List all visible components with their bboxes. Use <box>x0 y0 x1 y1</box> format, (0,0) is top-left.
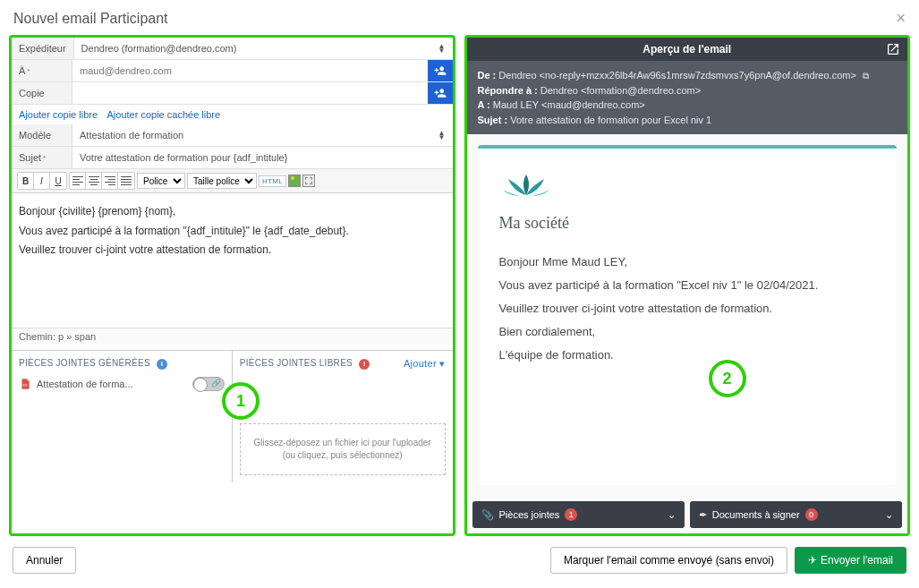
to-row: À* <box>12 60 453 82</box>
chevron-down-icon: ⌄ <box>668 509 676 521</box>
pdf-icon <box>19 378 31 390</box>
preview-header: Aperçu de l'email <box>467 38 908 61</box>
send-button[interactable]: ✈Envoyer l'email <box>795 547 906 574</box>
modal-footer: Annuler Marquer l'email comme envoyé (sa… <box>0 536 919 584</box>
badge-count: 0 <box>805 508 818 521</box>
cancel-button[interactable]: Annuler <box>13 547 76 574</box>
sender-row: Expéditeur Dendreo (formation@dendreo.co… <box>12 38 453 60</box>
preview-panel: 2 Aperçu de l'email De : Dendreo <no-rep… <box>464 35 911 536</box>
sender-label: Expéditeur <box>12 38 74 59</box>
warning-icon[interactable]: ! <box>359 359 370 370</box>
subject-label: Sujet* <box>12 147 72 168</box>
subject-row: Sujet* Votre attestation de formation po… <box>12 147 453 169</box>
external-link-icon[interactable]: ⧉ <box>863 71 869 81</box>
chevron-down-icon: ⌄ <box>885 509 893 521</box>
documents-accordion[interactable]: ✒ Documents à signer 0 ⌄ <box>690 501 902 528</box>
align-right-button[interactable] <box>102 173 118 189</box>
model-row: Modèle Attestation de formation ▲▼ <box>12 124 453 147</box>
to-input[interactable] <box>72 60 428 81</box>
editor-body[interactable]: Bonjour {civilite} {prenom} {nom}, Vous … <box>12 193 453 328</box>
align-justify-button[interactable] <box>118 173 134 189</box>
copy-label: Copie <box>12 82 72 104</box>
callout-circle-2: 2 <box>709 360 746 397</box>
dropzone[interactable]: Glissez-déposez un fichier ici pour l'up… <box>240 423 446 475</box>
underline-button[interactable]: U <box>50 173 66 189</box>
paperclip-icon: 📎 <box>481 509 494 521</box>
model-select[interactable]: Attestation de formation ▲▼ <box>72 124 453 146</box>
company-logo: Ma société <box>499 170 876 233</box>
copy-row: Copie <box>12 82 453 105</box>
info-icon[interactable]: i <box>157 359 167 370</box>
modal-title: Nouvel email Participant <box>13 11 168 27</box>
font-size-select[interactable]: Taille police <box>187 173 257 189</box>
add-attachment-link[interactable]: Ajouter ▾ <box>404 358 446 370</box>
callout-circle-1: 1 <box>222 382 260 420</box>
lotus-icon <box>499 170 553 208</box>
preview-footer: 📎 Pièces jointes 1 ⌄ ✒ Documents à signe… <box>467 496 908 533</box>
chevron-updown-icon: ▲▼ <box>438 44 446 53</box>
generated-attachments: PIÈCES JOINTES GÉNÉRÉES i Attestation de… <box>12 351 233 482</box>
italic-button[interactable]: I <box>34 173 50 189</box>
preview-meta: De : Dendreo <no-reply+mzxx26lb4rAw96s1m… <box>467 61 908 134</box>
copy-input[interactable] <box>72 82 428 104</box>
email-frame: Ma société Bonjour Mme Maud LEY, Vous av… <box>467 134 908 496</box>
html-button[interactable]: HTML <box>259 175 286 187</box>
compose-panel: 1 Expéditeur Dendreo (formation@dendreo.… <box>9 35 455 536</box>
sender-select[interactable]: Dendreo (formation@dendreo.com) ▲▼ <box>74 38 453 59</box>
close-icon[interactable]: × <box>896 9 906 28</box>
align-left-button[interactable] <box>70 173 86 189</box>
send-icon: ✈ <box>808 554 817 567</box>
editor-toolbar: B I U Police Taille police HTML <box>12 169 453 193</box>
email-body: Bonjour Mme Maud LEY, Vous avez particip… <box>499 251 876 367</box>
cc-links: Ajouter copie libre Ajouter copie cachée… <box>12 105 453 124</box>
image-icon[interactable] <box>288 175 301 187</box>
subject-input[interactable]: Votre attestation de formation pour {adf… <box>72 147 453 168</box>
editor-path: Chemin: p » span <box>12 328 453 345</box>
attachments-accordion[interactable]: 📎 Pièces jointes 1 ⌄ <box>472 501 685 528</box>
align-center-button[interactable] <box>86 173 102 189</box>
share-icon[interactable] <box>886 42 900 59</box>
attachment-toggle[interactable]: 🔗 <box>192 377 225 391</box>
attachment-item: Attestation de forma... 🔗 <box>19 377 225 391</box>
bold-button[interactable]: B <box>18 173 34 189</box>
chevron-updown-icon: ▲▼ <box>438 131 446 140</box>
modal-header: Nouvel email Participant × <box>0 0 919 35</box>
person-plus-icon <box>434 64 447 77</box>
person-plus-icon <box>434 87 447 99</box>
add-contact-button[interactable] <box>428 60 453 81</box>
to-label: À* <box>12 60 72 81</box>
add-cc-link[interactable]: Ajouter copie libre <box>19 109 98 120</box>
signature-icon: ✒ <box>699 509 707 521</box>
email-card: Ma société Bonjour Mme Maud LEY, Vous av… <box>478 145 898 485</box>
add-bcc-link[interactable]: Ajouter copie cachée libre <box>107 109 221 120</box>
mark-sent-button[interactable]: Marquer l'email comme envoyé (sans envoi… <box>550 547 787 574</box>
add-contact-cc-button[interactable] <box>428 82 453 104</box>
model-label: Modèle <box>12 124 72 146</box>
link-icon: 🔗 <box>211 379 221 388</box>
free-attachments: PIÈCES JOINTES LIBRES ! Ajouter ▾ Glisse… <box>233 351 453 482</box>
font-select[interactable]: Police <box>137 173 185 189</box>
insert-template-icon[interactable] <box>302 175 315 187</box>
badge-count: 1 <box>565 508 577 521</box>
